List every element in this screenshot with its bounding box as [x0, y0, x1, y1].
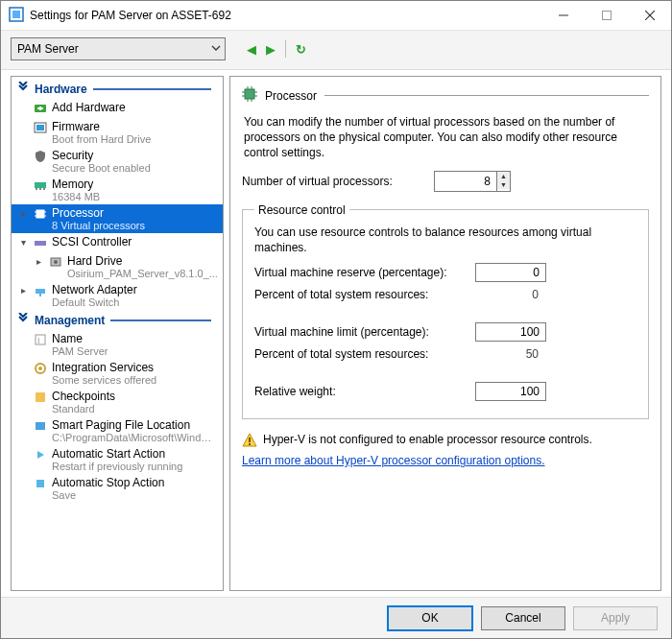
tree-item-security[interactable]: SecuritySecure Boot enabled	[12, 147, 223, 176]
svg-text:I: I	[37, 336, 40, 345]
panel-description: You can modify the number of virtual pro…	[244, 114, 647, 161]
vm-reserve-input[interactable]	[475, 263, 546, 282]
panel-title: Processor	[265, 89, 317, 103]
settings-tree[interactable]: Hardware Add Hardware FirmwareBoot from …	[11, 76, 224, 591]
collapse-icon	[17, 313, 29, 327]
svg-point-22	[54, 260, 58, 264]
tree-item-scsi-controller[interactable]: ▾ SCSI Controller	[12, 233, 223, 252]
resource-control-legend: Resource control	[254, 203, 349, 217]
processor-icon	[33, 206, 48, 222]
tree-item-add-hardware[interactable]: Add Hardware	[12, 99, 223, 118]
svg-rect-8	[37, 107, 43, 109]
paging-icon	[33, 418, 48, 434]
body: Hardware Add Hardware FirmwareBoot from …	[1, 70, 671, 597]
tree-item-name[interactable]: I NamePAM Server	[12, 330, 223, 359]
warning-row: Hyper-V is not configured to enable proc…	[242, 433, 649, 448]
warning-icon	[242, 433, 257, 448]
hardware-section-label: Hardware	[35, 83, 87, 96]
relative-weight-input[interactable]	[475, 382, 546, 401]
tree-item-processor[interactable]: ▸ Processor8 Virtual processors	[12, 204, 223, 233]
nav-forward-button[interactable]: ▶	[262, 40, 279, 59]
warning-text: Hyper-V is not configured to enable proc…	[263, 433, 592, 446]
ok-button[interactable]: OK	[387, 605, 473, 631]
svg-rect-3	[602, 12, 611, 20]
collapse-icon	[17, 82, 29, 96]
num-vproc-label: Number of virtual processors:	[242, 175, 434, 188]
autostart-icon	[33, 447, 48, 462]
svg-rect-11	[35, 182, 46, 188]
learn-more-link[interactable]: Learn more about Hyper-V processor confi…	[242, 454, 545, 467]
reserve-pct-label: Percent of total system resources:	[254, 288, 475, 301]
svg-rect-29	[36, 392, 45, 402]
vm-reserve-label: Virtual machine reserve (percentage):	[254, 266, 475, 279]
tree-item-integration-services[interactable]: Integration ServicesSome services offere…	[12, 359, 223, 388]
tree-item-auto-stop[interactable]: Automatic Stop ActionSave	[12, 474, 223, 503]
window-title: Settings for PAM Server on ASSET-692	[30, 9, 541, 22]
vm-limit-input[interactable]	[475, 322, 546, 342]
chevron-down-icon	[211, 42, 221, 56]
num-vproc-spinner[interactable]: ▲▼	[434, 171, 511, 192]
svg-point-28	[38, 367, 42, 370]
firmware-icon	[33, 120, 48, 135]
svg-rect-23	[36, 289, 45, 294]
spin-down-button[interactable]: ▼	[497, 180, 510, 189]
tree-item-memory[interactable]: Memory16384 MB	[12, 176, 223, 204]
svg-rect-14	[43, 188, 45, 190]
relative-weight-label: Relative weight:	[254, 385, 475, 398]
apply-button[interactable]: Apply	[573, 606, 658, 630]
hardware-section-header[interactable]: Hardware	[12, 79, 223, 99]
processor-icon	[242, 86, 257, 105]
expand-icon[interactable]: ▸	[17, 283, 29, 298]
spin-up-button[interactable]: ▲	[497, 172, 510, 180]
reserve-pct-value: 0	[475, 288, 544, 301]
tree-item-network-adapter[interactable]: ▸ Network AdapterDefault Switch	[12, 281, 223, 310]
vm-selector-dropdown[interactable]: PAM Server	[11, 37, 226, 60]
svg-rect-41	[249, 438, 251, 442]
settings-window: Settings for PAM Server on ASSET-692 PAM…	[0, 0, 672, 639]
cancel-button[interactable]: Cancel	[481, 606, 565, 630]
minimize-button[interactable]	[541, 1, 585, 30]
svg-rect-20	[35, 241, 46, 246]
svg-rect-42	[249, 443, 251, 445]
svg-rect-13	[39, 188, 41, 190]
svg-rect-15	[36, 210, 44, 218]
vm-limit-label: Virtual machine limit (percentage):	[254, 325, 475, 339]
maximize-button[interactable]	[585, 1, 628, 30]
svg-rect-32	[245, 89, 254, 99]
expand-icon[interactable]: ▸	[33, 254, 44, 270]
processor-settings-panel: Processor You can modify the number of v…	[229, 76, 661, 591]
hard-drive-icon	[48, 254, 63, 270]
management-section-header[interactable]: Management	[12, 310, 223, 330]
tree-item-checkpoints[interactable]: CheckpointsStandard	[12, 388, 223, 416]
svg-rect-30	[36, 422, 45, 430]
resource-control-desc: You can use resource controls to balance…	[254, 225, 636, 255]
refresh-button[interactable]: ↻	[292, 40, 310, 59]
scsi-icon	[33, 235, 48, 250]
nav-back-button[interactable]: ◀	[243, 40, 260, 59]
vm-selector-value: PAM Server	[17, 42, 79, 56]
svg-rect-1	[12, 11, 20, 18]
shield-icon	[33, 149, 48, 164]
window-icon	[9, 7, 24, 25]
limit-pct-value: 50	[475, 347, 544, 361]
resource-control-group: Resource control You can use resource co…	[242, 203, 649, 419]
svg-rect-12	[36, 188, 37, 190]
close-button[interactable]	[628, 1, 671, 30]
memory-icon	[33, 178, 48, 193]
tree-item-hard-drive[interactable]: ▸ Hard DriveOsirium_PAM_Server_v8.1.0_..…	[12, 252, 223, 281]
services-icon	[33, 361, 48, 376]
collapse-icon[interactable]: ▾	[17, 235, 29, 250]
window-controls	[541, 1, 671, 30]
tree-item-auto-start[interactable]: Automatic Start ActionRestart if previou…	[12, 445, 223, 474]
network-icon	[33, 283, 48, 298]
expand-icon[interactable]: ▸	[17, 206, 29, 222]
autostop-icon	[33, 476, 48, 491]
name-icon: I	[33, 332, 48, 347]
num-vproc-input[interactable]	[435, 172, 496, 191]
tree-item-firmware[interactable]: FirmwareBoot from Hard Drive	[12, 118, 223, 147]
limit-pct-label: Percent of total system resources:	[254, 347, 475, 361]
management-section-label: Management	[35, 314, 105, 327]
add-hardware-icon	[33, 101, 48, 116]
tree-item-smart-paging[interactable]: Smart Paging File LocationC:\ProgramData…	[12, 416, 223, 445]
svg-rect-10	[36, 125, 44, 130]
